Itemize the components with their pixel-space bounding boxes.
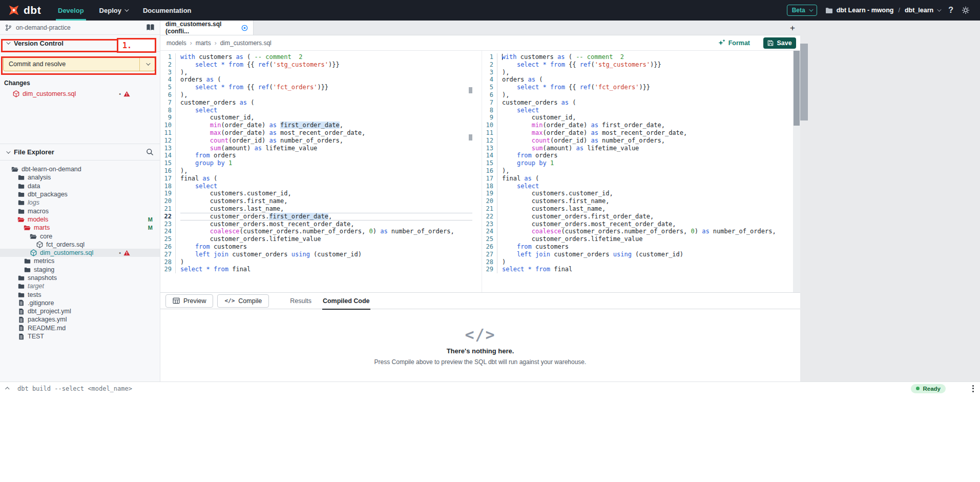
empty-code-icon: </> (465, 326, 495, 344)
nav-item-develop[interactable]: Develop (58, 0, 84, 21)
tree-item-metrics[interactable]: metrics (0, 257, 160, 265)
dbt-logo-text: dbt (24, 4, 41, 16)
code-line-15: 15 group by 1 (160, 159, 472, 167)
tree-item-dim_customers.sql[interactable]: dim_customers.sql• (0, 249, 160, 257)
tree-item-staging[interactable]: staging (0, 266, 160, 274)
commit-options-dropdown[interactable] (139, 57, 155, 71)
tree-item-target[interactable]: target (0, 282, 160, 290)
panel-tab-results[interactable]: Results (284, 293, 317, 309)
code-line-14: 14 from orders (482, 152, 793, 159)
tree-item-dbt_packages[interactable]: dbt_packages (0, 190, 160, 198)
new-tab-plus-icon[interactable]: + (790, 21, 795, 35)
project-selector[interactable]: dbt Learn - mwong / dbt_learn (825, 7, 941, 14)
editor-tab-dim-customers[interactable]: dim_customers.sql (confli... (160, 21, 254, 35)
tree-item-dbt-learn-on-demand[interactable]: dbt-learn-on-demand (0, 165, 160, 173)
tree-item-snapshots[interactable]: snapshots (0, 274, 160, 282)
breadcrumb-item[interactable]: dim_customers.sql (220, 39, 272, 47)
changed-file-dim_customers.sql[interactable]: dim_customers.sql• (0, 89, 160, 98)
folder-open-icon (11, 166, 18, 172)
tree-item-TEST[interactable]: TEST (0, 332, 160, 340)
status-bar: dbt build --select <model_name> Ready (0, 381, 980, 395)
page-scrollbar-thumb[interactable] (800, 44, 808, 120)
book-icon[interactable] (146, 24, 155, 31)
nav-item-documentation[interactable]: Documentation (143, 0, 192, 21)
code-line-3: 3), (160, 69, 472, 76)
breadcrumb-row: models›marts›dim_customers.sql Format (160, 35, 800, 51)
breadcrumb-separator: › (215, 39, 217, 47)
empty-state-subtitle: Press Compile above to preview the SQL d… (374, 358, 587, 366)
tree-item-dbt_project.yml[interactable]: dbt_project.yml (0, 307, 160, 315)
search-icon[interactable] (146, 148, 154, 156)
command-input[interactable]: dbt build --select <model_name> (17, 385, 911, 392)
tree-item-core[interactable]: core (0, 232, 160, 240)
commit-and-resolve-button[interactable]: Commit and resolve (3, 57, 155, 71)
format-icon (718, 39, 725, 47)
folder-icon (24, 258, 31, 264)
tree-item-marts[interactable]: martsM (0, 224, 160, 232)
tree-item-README.md[interactable]: README.md (0, 324, 160, 332)
code-line-18: 18 select (482, 183, 793, 190)
dbt-logo[interactable]: dbt (7, 4, 50, 17)
nav-item-deploy[interactable]: Deploy (99, 0, 128, 21)
gear-icon[interactable] (962, 6, 970, 14)
model-icon (12, 90, 19, 97)
format-button[interactable]: Format (718, 39, 750, 47)
right-empty-panel (800, 21, 980, 381)
code-line-9: 9 customer_id, (160, 114, 472, 122)
code-line-23: 23 customer_orders.most_recent_order_dat… (160, 220, 472, 228)
tree-item-fct_orders.sql[interactable]: fct_orders.sql (0, 240, 160, 249)
conflict-indicator-icon[interactable] (241, 25, 248, 31)
left-editor-scrollbar[interactable] (469, 51, 472, 292)
tree-item-macros[interactable]: macros (0, 207, 160, 215)
compile-button[interactable]: </> Compile (217, 294, 269, 308)
branch-row: on-demand-practice (0, 21, 160, 35)
tree-item-logs[interactable]: logs (0, 198, 160, 207)
folder-icon (17, 199, 25, 206)
code-line-22: 22 customer_orders.first_order_date, (160, 213, 472, 220)
tree-item-packages.yml[interactable]: packages.yml (0, 315, 160, 324)
code-line-1: 1with customers as ( -- comment 2 (482, 53, 793, 61)
warning-icon (123, 250, 130, 256)
code-line-25: 25 customer_orders.lifetime_value (160, 235, 472, 243)
breadcrumb-item[interactable]: models (166, 39, 186, 47)
table-icon (173, 297, 180, 304)
tree-item-models[interactable]: modelsM (0, 215, 160, 224)
code-icon: </> (224, 297, 235, 304)
diff-editors: 1with customers as ( -- comment 22 selec… (160, 51, 800, 292)
code-line-16: 16), (160, 167, 472, 175)
tree-item-analysis[interactable]: analysis (0, 173, 160, 182)
tree-item-.gitignore[interactable]: .gitignore (0, 299, 160, 307)
file-icon (17, 333, 25, 340)
folder-icon (17, 275, 25, 281)
code-editor-right[interactable]: 1with customers as ( -- comment 22 selec… (482, 51, 793, 292)
file-icon (17, 299, 25, 306)
chevron-down-icon (937, 7, 941, 11)
code-line-21: 21 customers.last_name, (160, 205, 472, 213)
project-separator: / (898, 7, 900, 14)
tree-item-tests[interactable]: tests (0, 290, 160, 298)
model-icon (30, 249, 37, 256)
beta-badge[interactable]: Beta (787, 5, 817, 16)
code-line-16: 16), (482, 167, 793, 175)
file-explorer-header[interactable]: File Explorer (0, 144, 160, 160)
code-line-29: 29select * from final (160, 266, 472, 273)
overflow-menu-icon[interactable] (972, 385, 974, 392)
save-button[interactable]: Save (763, 37, 796, 49)
right-editor-scrollbar[interactable] (793, 51, 800, 292)
tree-item-data[interactable]: data (0, 182, 160, 190)
code-line-6: 6), (160, 91, 472, 99)
folder-icon (17, 283, 25, 289)
help-icon[interactable]: ? (948, 6, 953, 15)
code-line-24: 24 coalesce(customer_orders.number_of_or… (160, 228, 472, 235)
branch-icon (5, 24, 12, 31)
scrollbar-thumb[interactable] (794, 51, 800, 126)
panel-tab-compiled-code[interactable]: Compiled Code (317, 293, 376, 309)
tab-title: dim_customers.sql (confli... (165, 21, 237, 35)
collapse-chevron-icon[interactable] (6, 387, 9, 390)
breadcrumb-item[interactable]: marts (196, 39, 211, 47)
code-editor-left[interactable]: 1with customers as ( -- comment 22 selec… (160, 51, 472, 292)
branch-name: on-demand-practice (16, 24, 71, 31)
code-line-5: 5 select * from {{ ref('fct_orders')}} (482, 84, 793, 91)
preview-button[interactable]: Preview (165, 294, 213, 308)
code-line-28: 28) (160, 258, 472, 266)
